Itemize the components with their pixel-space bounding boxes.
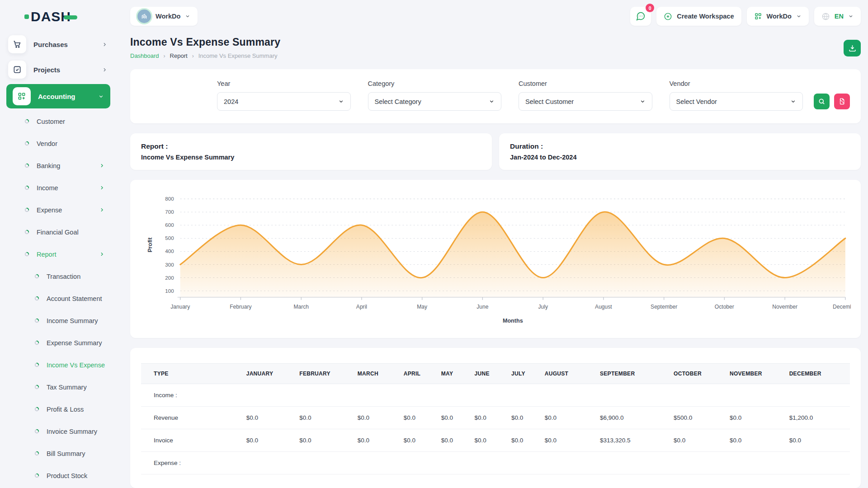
sidebar-item-accounting[interactable]: Accounting bbox=[6, 84, 110, 108]
sidebar-item-income-summary[interactable]: Income Summary bbox=[0, 310, 117, 332]
svg-text:December: December bbox=[833, 304, 851, 310]
income-expense-table-card: TYPEJANUARYFEBRUARYMARCHAPRILMAYJUNEJULY… bbox=[130, 348, 861, 488]
sidebar-item-label: Report bbox=[37, 251, 57, 258]
filter-buttons bbox=[814, 94, 850, 111]
workspace-selector[interactable]: WorkDo bbox=[130, 7, 198, 26]
svg-text:August: August bbox=[595, 304, 612, 310]
app-root: DASH PurchasesProjectsAccountingCustomer… bbox=[0, 0, 868, 488]
row-type: Invoice bbox=[141, 429, 242, 452]
reset-filter-button[interactable] bbox=[834, 94, 850, 109]
row-value: $0.0 bbox=[353, 407, 399, 429]
sidebar-item-invoice-summary[interactable]: Invoice Summary bbox=[0, 420, 117, 442]
sidebar-item-profit-loss[interactable]: Profit & Loss bbox=[0, 398, 117, 420]
download-button[interactable] bbox=[844, 40, 861, 56]
sidebar-item-financial-goal[interactable]: Financial Goal bbox=[0, 221, 117, 243]
breadcrumb: Dashboard›Report›Income Vs Expense Summa… bbox=[130, 52, 280, 59]
vendor-label: Vendor bbox=[670, 80, 803, 87]
main-area: WorkDo 0 bbox=[117, 0, 868, 488]
donut-bullet-icon bbox=[24, 207, 29, 212]
workspace-menu-button[interactable]: WorkDo bbox=[747, 7, 809, 26]
svg-text:100: 100 bbox=[165, 288, 174, 294]
sidebar-item-vendor[interactable]: Vendor bbox=[0, 132, 117, 155]
category-select[interactable]: Select Category bbox=[368, 92, 502, 111]
customer-select[interactable]: Select Customer bbox=[519, 92, 652, 111]
search-icon bbox=[818, 98, 826, 105]
svg-text:200: 200 bbox=[165, 275, 174, 281]
table-row: Revenue$0.0$0.0$0.0$0.0$0.0$0.0$0.0$0.0$… bbox=[141, 407, 850, 429]
chevron-down-icon bbox=[98, 94, 104, 99]
donut-bullet-icon bbox=[34, 429, 39, 434]
sidebar-item-label: Income Summary bbox=[47, 317, 98, 324]
svg-text:800: 800 bbox=[165, 196, 174, 202]
duration-value: Jan-2024 to Dec-2024 bbox=[510, 154, 850, 161]
column-header: JANUARY bbox=[242, 364, 295, 384]
page-title-block: Income Vs Expense Summary Dashboard›Repo… bbox=[130, 36, 280, 59]
apply-filter-button[interactable] bbox=[814, 94, 830, 109]
sidebar-item-label: Income bbox=[37, 184, 58, 192]
create-workspace-label: Create Workspace bbox=[677, 13, 734, 20]
column-header: AUGUST bbox=[540, 364, 595, 384]
donut-bullet-icon bbox=[24, 185, 29, 190]
year-select[interactable]: 2024 bbox=[217, 92, 351, 111]
svg-text:October: October bbox=[715, 304, 734, 310]
row-value: $0.0 bbox=[470, 407, 507, 429]
sidebar-item-label: Product Stock bbox=[47, 472, 87, 479]
customer-field: Customer Select Customer bbox=[519, 80, 652, 111]
logo-bar-icon bbox=[64, 15, 77, 19]
sidebar-item-expense-summary[interactable]: Expense Summary bbox=[0, 332, 117, 354]
row-value: $0.0 bbox=[437, 407, 470, 429]
sidebar-item-report[interactable]: Report bbox=[0, 243, 117, 265]
row-value: $0.0 bbox=[399, 407, 437, 429]
messages-badge: 0 bbox=[646, 4, 654, 12]
donut-bullet-icon bbox=[34, 318, 39, 323]
sidebar-item-income-vs-expense[interactable]: Income Vs Expense bbox=[0, 354, 117, 376]
column-header: TYPE bbox=[141, 364, 242, 384]
workspace-name: WorkDo bbox=[156, 13, 180, 20]
sidebar-item-projects[interactable]: Projects bbox=[0, 57, 117, 82]
globe-icon bbox=[821, 12, 830, 21]
vendor-select[interactable]: Select Vendor bbox=[670, 92, 803, 111]
create-workspace-button[interactable]: Create Workspace bbox=[656, 7, 741, 26]
breadcrumb-item[interactable]: Report bbox=[170, 52, 188, 59]
sidebar-item-transaction[interactable]: Transaction bbox=[0, 265, 117, 287]
sidebar-item-income[interactable]: Income bbox=[0, 177, 117, 199]
app-logo[interactable]: DASH bbox=[0, 6, 117, 32]
svg-text:May: May bbox=[417, 304, 428, 310]
sidebar-item-label: Expense bbox=[37, 206, 62, 214]
column-header: APRIL bbox=[399, 364, 437, 384]
row-value: $0.0 bbox=[785, 429, 850, 452]
filter-card: Year 2024 Category Select Category bbox=[130, 69, 861, 123]
donut-bullet-icon bbox=[34, 274, 39, 279]
sidebar-item-customer[interactable]: Customer bbox=[0, 110, 117, 132]
row-value: $0.0 bbox=[295, 429, 353, 452]
row-value: $0.0 bbox=[353, 429, 399, 452]
sidebar-item-label: Purchases bbox=[33, 41, 68, 48]
breadcrumb-item: Income Vs Expense Summary bbox=[198, 52, 278, 59]
year-select-value: 2024 bbox=[224, 98, 238, 105]
language-selector[interactable]: EN bbox=[814, 7, 861, 26]
sidebar-item-label: Account Statement bbox=[47, 295, 102, 302]
sidebar-item-banking[interactable]: Banking bbox=[0, 155, 117, 177]
row-value: $0.0 bbox=[669, 429, 725, 452]
breadcrumb-item[interactable]: Dashboard bbox=[130, 52, 159, 59]
messages-button[interactable]: 0 bbox=[630, 7, 651, 26]
sidebar-item-account-statement[interactable]: Account Statement bbox=[0, 287, 117, 310]
table-header-row: TYPEJANUARYFEBRUARYMARCHAPRILMAYJUNEJULY… bbox=[141, 364, 850, 384]
section-label: Expense : bbox=[141, 452, 850, 474]
svg-text:June: June bbox=[476, 304, 488, 310]
sidebar-item-product-stock[interactable]: Product Stock bbox=[0, 465, 117, 487]
row-value: $0.0 bbox=[242, 429, 295, 452]
sidebar-item-purchases[interactable]: Purchases bbox=[0, 32, 117, 57]
sidebar-item-bill-summary[interactable]: Bill Summary bbox=[0, 442, 117, 465]
donut-bullet-icon bbox=[34, 451, 39, 456]
sidebar-item-expense[interactable]: Expense bbox=[0, 199, 117, 221]
svg-text:300: 300 bbox=[165, 262, 174, 267]
sidebar-item-label: Banking bbox=[37, 162, 60, 169]
sidebar-item-label: Invoice Summary bbox=[47, 428, 97, 435]
sidebar-item-tax-summary[interactable]: Tax Summary bbox=[0, 376, 117, 398]
donut-bullet-icon bbox=[34, 473, 39, 478]
topbar-actions: 0 Create Workspace WorkDo bbox=[630, 7, 861, 26]
column-header: JULY bbox=[507, 364, 540, 384]
row-value: $0.0 bbox=[540, 429, 595, 452]
chevron-down-icon bbox=[185, 14, 190, 19]
